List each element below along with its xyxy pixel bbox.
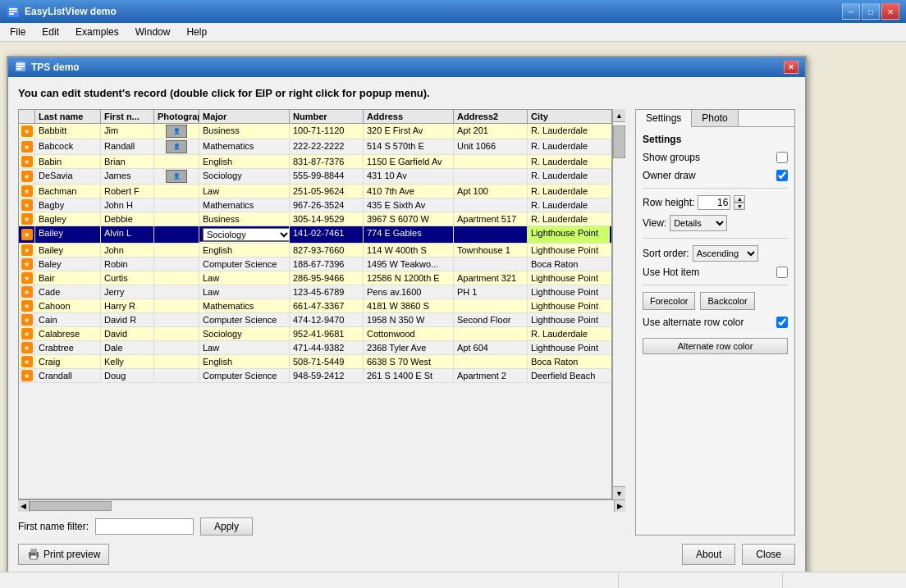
cell-number: 286-95-9466 xyxy=(290,271,364,285)
about-button[interactable]: About xyxy=(682,544,735,565)
cell-photo xyxy=(154,271,199,285)
table-row[interactable]: ★BachmanRobert FLaw251-05-9624410 7th Av… xyxy=(19,185,611,198)
forecolor-button[interactable]: Forecolor xyxy=(643,292,695,310)
menu-help[interactable]: Help xyxy=(180,25,213,39)
table-row[interactable]: ★CrabtreeDaleLaw471-44-93822368 Tyler Av… xyxy=(19,341,611,355)
show-groups-checkbox[interactable] xyxy=(776,152,788,163)
sort-order-label: Sort order: xyxy=(643,248,689,259)
table-row[interactable]: ★DeSaviaJames👤Sociology555-99-8844431 10… xyxy=(19,169,611,185)
table-row[interactable]: ★CadeJerryLaw123-45-6789Pens av.1600PH 1… xyxy=(19,285,611,299)
cell-first: Doug xyxy=(101,369,154,382)
cell-first: Brian xyxy=(101,155,154,168)
tab-photo[interactable]: Photo xyxy=(692,110,738,126)
table-row[interactable]: ★BagbyJohn HMathematics967-26-3524435 E … xyxy=(19,198,611,212)
maximize-button[interactable]: □ xyxy=(862,3,880,20)
table-row[interactable]: ★CraigKellyEnglish508-71-54496638 S 70 W… xyxy=(19,355,611,369)
view-select[interactable]: Details List Icon xyxy=(670,215,727,231)
scroll-left-button[interactable]: ◀ xyxy=(18,500,30,512)
backcolor-button[interactable]: Backcolor xyxy=(700,292,754,310)
row-height-up[interactable]: ▲ xyxy=(734,195,745,203)
table-body[interactable]: ★BabbittJim👤Business100-71-1120320 E Fir… xyxy=(19,124,611,499)
scroll-up-button[interactable]: ▲ xyxy=(613,109,625,122)
use-hot-item-label: Use Hot item xyxy=(643,267,771,278)
cell-number: 952-41-9681 xyxy=(290,327,364,340)
menu-examples[interactable]: Examples xyxy=(69,25,126,39)
scroll-thumb[interactable] xyxy=(613,125,625,158)
table-row[interactable]: ★BabcockRandall👤Mathematics222-22-222251… xyxy=(19,139,611,155)
row-icon: ★ xyxy=(21,342,33,353)
app-close-button[interactable]: ✕ xyxy=(881,3,899,20)
cell-photo: 👤 xyxy=(154,139,199,154)
instruction-text: You can edit student's record (double cl… xyxy=(18,87,795,99)
row-icon: ★ xyxy=(21,272,33,284)
row-icon: ★ xyxy=(21,125,33,137)
cell-first: Curtis xyxy=(101,271,154,285)
title-bar-controls: ─ □ ✕ xyxy=(842,3,899,20)
print-preview-button[interactable]: Print preview xyxy=(18,544,109,565)
photo-thumbnail: 👤 xyxy=(166,140,187,153)
row-height-input[interactable] xyxy=(698,195,730,210)
cell-first: Alvin L xyxy=(101,226,154,243)
cell-icon: ★ xyxy=(19,139,35,154)
major-dropdown-select[interactable]: EnglishComputer ScienceSociologyBusiness… xyxy=(203,228,290,241)
cell-photo xyxy=(154,327,199,340)
cell-icon: ★ xyxy=(19,327,35,340)
filter-input[interactable] xyxy=(95,518,194,535)
cell-address2: PH 1 xyxy=(454,285,528,299)
horizontal-scrollbar[interactable]: ◀ ▶ xyxy=(18,499,625,511)
table-row[interactable]: ★BaileyAlvin LEnglishComputer ScienceSoc… xyxy=(19,226,611,244)
cell-number: 661-47-3367 xyxy=(290,299,364,312)
cell-number: 305-14-9529 xyxy=(290,212,364,226)
alt-row-color-button[interactable]: Alternate row color xyxy=(643,338,788,354)
table-row[interactable]: ★CahoonHarry RMathematics661-47-33674181… xyxy=(19,299,611,313)
menu-edit[interactable]: Edit xyxy=(35,25,66,39)
table-row[interactable]: ★CrandallDougComputer Science948-59-2412… xyxy=(19,369,611,383)
tab-settings[interactable]: Settings xyxy=(636,110,692,127)
menu-window[interactable]: Window xyxy=(129,25,177,39)
cell-address: 4181 W 3860 S xyxy=(364,299,454,312)
scroll-down-button[interactable]: ▼ xyxy=(613,486,625,499)
close-button[interactable]: Close xyxy=(742,544,795,565)
apply-button[interactable]: Apply xyxy=(200,517,253,536)
cell-icon: ★ xyxy=(19,155,35,168)
cell-photo xyxy=(154,212,199,226)
cell-first: Robert F xyxy=(101,185,154,198)
row-icon: ★ xyxy=(21,171,33,182)
cell-number: 188-67-7396 xyxy=(290,258,364,271)
cell-number: 141-02-7461 xyxy=(290,226,364,243)
dropdown-list-item[interactable]: English xyxy=(200,242,290,243)
cell-address: 1495 W Teakwo... xyxy=(364,258,454,271)
show-groups-label: Show groups xyxy=(643,152,771,163)
row-height-down[interactable]: ▼ xyxy=(734,203,745,210)
table-row[interactable]: ★BaileyJohnEnglish827-93-7660114 W 400th… xyxy=(19,244,611,258)
cell-major: Computer Science xyxy=(199,369,290,382)
sep1 xyxy=(643,188,788,189)
cell-first: Jerry xyxy=(101,285,154,299)
owner-draw-label: Owner draw xyxy=(643,170,771,181)
cell-last: Baley xyxy=(35,258,101,271)
table-row[interactable]: ★BabbittJim👤Business100-71-1120320 E Fir… xyxy=(19,124,611,139)
menu-file[interactable]: File xyxy=(3,25,32,39)
status-pane-1 xyxy=(0,572,619,588)
dialog-close-button[interactable]: ✕ xyxy=(784,61,798,74)
table-row[interactable]: ★CainDavid RComputer Science474-12-94701… xyxy=(19,313,611,327)
minimize-button[interactable]: ─ xyxy=(842,3,860,20)
scroll-right-button[interactable]: ▶ xyxy=(614,500,625,512)
table-row[interactable]: ★BaleyRobinComputer Science188-67-739614… xyxy=(19,258,611,271)
vertical-scrollbar[interactable]: ▲ ▼ xyxy=(612,109,625,499)
hscroll-thumb[interactable] xyxy=(30,501,112,511)
filter-row: First name filter: Apply xyxy=(18,517,625,536)
dialog-title-bar: TPS demo ✕ xyxy=(8,57,805,77)
use-alt-row-checkbox[interactable] xyxy=(776,317,788,328)
owner-draw-checkbox[interactable] xyxy=(776,170,788,181)
table-row[interactable]: ★BairCurtisLaw286-95-946612586 N 1200th … xyxy=(19,271,611,285)
sort-order-select[interactable]: Ascending Descending xyxy=(693,245,758,262)
table-row[interactable]: ★BabinBrianEnglish831-87-73761150 E Garf… xyxy=(19,155,611,169)
cell-major-dropdown[interactable]: EnglishComputer ScienceSociologyBusiness… xyxy=(199,226,290,243)
svg-rect-11 xyxy=(35,554,37,555)
data-table: Last name First n... Photograph Major Nu… xyxy=(18,109,612,499)
svg-rect-5 xyxy=(16,63,25,65)
table-row[interactable]: ★BagleyDebbieBusiness305-14-95293967 S 6… xyxy=(19,212,611,226)
table-row[interactable]: ★CalabreseDavidSociology952-41-9681Cotto… xyxy=(19,327,611,341)
use-hot-item-checkbox[interactable] xyxy=(776,267,788,278)
